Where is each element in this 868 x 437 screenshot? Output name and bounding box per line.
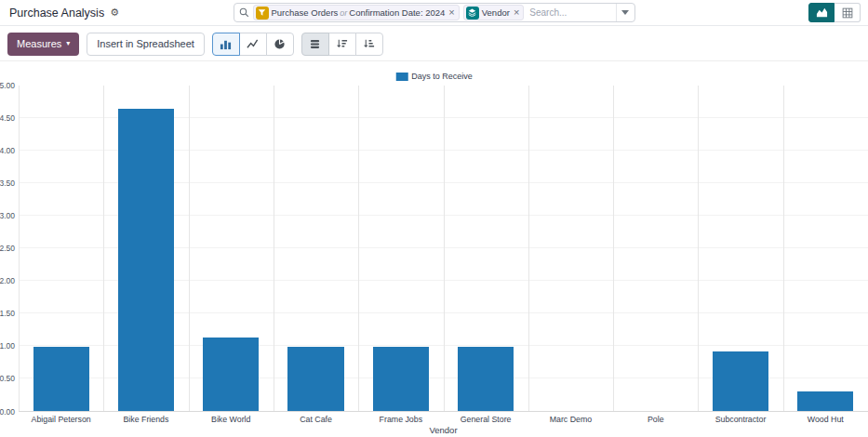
pie-chart-button[interactable] xyxy=(266,33,294,56)
pie-chart-icon xyxy=(274,38,286,50)
x-category-label: Abigail Peterson xyxy=(19,415,103,425)
page-title: Purchase Analysis xyxy=(9,7,104,20)
facet-label-part: Purchase Orders xyxy=(272,7,339,18)
bar-general-store[interactable] xyxy=(458,347,514,411)
x-category-label: Frame Jobs xyxy=(358,415,443,425)
search-facet-filter[interactable]: Purchase OrdersorConfirmation Date: 2024… xyxy=(253,5,460,20)
x-category-label: Bike World xyxy=(189,415,274,425)
stacked-icon xyxy=(309,38,321,50)
bar-bike-world[interactable] xyxy=(203,338,259,411)
search-dropdown-caret-icon[interactable] xyxy=(616,4,634,21)
gear-icon[interactable]: ⚙ xyxy=(110,7,119,18)
plot-area xyxy=(19,86,868,412)
y-tick-label: 2.50 xyxy=(0,245,15,253)
stacked-toggle-button[interactable] xyxy=(301,33,329,56)
sort-descending-button[interactable] xyxy=(328,33,356,56)
graph-view-button[interactable] xyxy=(808,3,835,22)
y-tick-label: 2.00 xyxy=(0,277,15,285)
facet-conjunction: or xyxy=(338,8,349,18)
x-category-label: General Store xyxy=(443,415,527,425)
chart-legend[interactable]: Days to Receive xyxy=(395,72,473,81)
x-axis-title: Vendor xyxy=(19,425,868,435)
search-bar[interactable]: Purchase OrdersorConfirmation Date: 2024… xyxy=(234,3,635,22)
y-tick-label: 1.50 xyxy=(0,310,15,318)
facet-label: Purchase OrdersorConfirmation Date: 2024 xyxy=(272,7,446,18)
control-panel: Measures ▾ Insert in Spreadsheet xyxy=(0,27,868,61)
bar-frame-jobs[interactable] xyxy=(373,347,429,411)
y-axis: 0.000.501.001.502.002.503.003.504.004.50… xyxy=(0,86,18,412)
facet-remove-icon[interactable]: × xyxy=(447,7,454,18)
search-icon xyxy=(239,7,249,18)
sort-descending-icon xyxy=(336,38,348,50)
legend-swatch xyxy=(395,73,407,81)
v-gridline xyxy=(613,86,614,411)
pivot-view-button[interactable] xyxy=(835,3,861,22)
search-input[interactable] xyxy=(527,7,611,19)
x-category-label: Subcontractor xyxy=(698,415,782,425)
line-chart-button[interactable] xyxy=(239,33,267,56)
v-gridline xyxy=(189,86,190,411)
bar-cat-cafe[interactable] xyxy=(287,347,343,411)
bar-bike-friends[interactable] xyxy=(118,109,174,412)
measures-button-label: Measures xyxy=(17,38,61,49)
x-category-label: Wood Hut xyxy=(783,415,868,425)
bar-wood-hut[interactable] xyxy=(797,391,853,411)
y-tick-label: 0.50 xyxy=(0,375,15,383)
graph-view-icon xyxy=(816,7,828,19)
view-switcher xyxy=(808,3,861,22)
sort-ascending-icon xyxy=(363,38,375,50)
x-category-label: Pole xyxy=(613,415,698,425)
y-tick-label: 4.00 xyxy=(0,147,15,155)
v-gridline xyxy=(19,86,20,411)
facet-remove-icon[interactable]: × xyxy=(513,7,519,18)
v-gridline xyxy=(528,86,529,411)
y-tick-label: 5.00 xyxy=(0,82,15,90)
v-gridline xyxy=(274,86,274,411)
chart-type-group xyxy=(212,33,294,56)
bar-chart-icon xyxy=(220,38,232,50)
y-tick-label: 0.00 xyxy=(0,408,15,417)
search-facet-groupby[interactable]: Vendor × xyxy=(463,5,525,20)
bar-abigail-peterson[interactable] xyxy=(33,347,89,411)
v-gridline xyxy=(103,86,104,411)
chart-options-group xyxy=(301,33,383,56)
y-tick-label: 3.00 xyxy=(0,212,15,220)
facet-label: Vendor xyxy=(482,7,510,18)
x-category-label: Bike Friends xyxy=(103,415,188,425)
filter-icon xyxy=(256,7,269,20)
v-gridline xyxy=(358,86,359,411)
legend-label: Days to Receive xyxy=(411,72,473,81)
sort-ascending-button[interactable] xyxy=(355,33,383,56)
x-category-label: Cat Cafe xyxy=(274,415,358,425)
bar-subcontractor[interactable] xyxy=(713,351,768,411)
v-gridline xyxy=(783,86,784,411)
x-axis-labels: Abigail PetersonBike FriendsBike WorldCa… xyxy=(19,415,868,425)
x-category-label: Marc Demo xyxy=(528,415,613,425)
facet-label-part: Confirmation Date: 2024 xyxy=(349,7,445,18)
chart-area: Days to Receive 0.000.501.001.502.002.50… xyxy=(0,61,868,437)
line-chart-icon xyxy=(247,38,259,50)
chevron-down-icon: ▾ xyxy=(66,40,70,47)
insert-in-spreadsheet-button[interactable]: Insert in Spreadsheet xyxy=(87,33,205,56)
top-bar: Purchase Analysis ⚙ Purchase OrdersorCon… xyxy=(0,0,868,26)
group-by-icon xyxy=(466,7,479,20)
measures-button[interactable]: Measures ▾ xyxy=(7,33,79,56)
v-gridline xyxy=(698,86,699,411)
bar-chart-button[interactable] xyxy=(212,33,240,56)
y-tick-label: 3.50 xyxy=(0,179,15,188)
y-tick-label: 4.50 xyxy=(0,114,15,123)
y-tick-label: 1.00 xyxy=(0,342,15,351)
pivot-view-icon xyxy=(842,7,853,19)
v-gridline xyxy=(444,86,445,411)
